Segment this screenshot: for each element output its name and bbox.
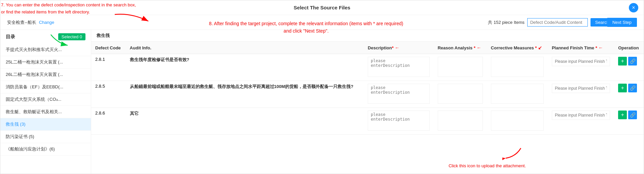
col-defect-code: Defect Code <box>91 42 126 54</box>
breadcrumb-text: 安全检查--船长 <box>7 19 36 26</box>
cell-operation-0: + 🔗 <box>614 54 644 81</box>
main-content: 救生筏 Defect Code Audit Info. De <box>91 30 644 174</box>
add-button-2[interactable]: + <box>618 111 627 119</box>
cell-reason-analysis-2 <box>434 108 487 135</box>
cell-corrective-measures-1 <box>487 81 548 108</box>
cell-corrective-measures-0 <box>487 54 548 81</box>
sidebar-item-0[interactable]: 手提式灭火剂和推车式灭火... <box>0 44 91 56</box>
table-row: 2.8.1 救生筏年度检修证书是否有效? <box>91 54 644 81</box>
cell-defect-code-1: 2.8.5 <box>91 81 126 108</box>
col-corrective-measures: Corrective Measures * ↙ <box>487 42 548 54</box>
piece-count: 共 152 piece Items <box>488 19 524 26</box>
col-description: Description* ← <box>364 42 434 54</box>
cell-audit-info-1: 从船錨最前端或船艏最末端至最近的救生艇、筏存放地点之间水平距离超过100M的货船… <box>126 81 364 108</box>
sidebar-item-1[interactable]: 25L二桶一枪泡沫灭火装置 (... <box>0 56 91 69</box>
attach-button-2[interactable]: 🔗 <box>628 111 637 119</box>
description-input-1[interactable] <box>368 84 430 104</box>
toolbar: 安全检查--船长 Change 共 152 piece Items Search… <box>0 15 644 30</box>
cell-audit-info-2: 其它 <box>126 108 364 135</box>
sidebar-item-8[interactable]: 《船舶油污应急计划》(6) <box>0 143 91 156</box>
planned-finish-input-0[interactable] <box>552 57 610 66</box>
description-input-2[interactable] <box>368 111 430 131</box>
sidebar-item-7[interactable]: 防污染证书 (5) <box>0 131 91 143</box>
table-row: 2.8.6 其它 <box>91 108 644 135</box>
main-table: Defect Code Audit Info. Description* ← R… <box>91 42 644 135</box>
cell-planned-finish-1[interactable] <box>548 81 614 108</box>
attach-button-0[interactable]: 🔗 <box>628 57 637 66</box>
cell-description-1[interactable] <box>364 81 434 108</box>
cell-defect-code-0: 2.8.1 <box>91 54 126 81</box>
sidebar-title: 目录 <box>6 34 15 40</box>
table-row: 2.8.5 从船錨最前端或船艏最末端至最近的救生艇、筏存放地点之间水平距离超过1… <box>91 81 644 108</box>
content-area: 目录 Selected 0 手提式灭火剂和推车式灭火... 25L二桶一枪泡沫灭… <box>0 30 644 174</box>
cell-description-0[interactable] <box>364 54 434 81</box>
modal-header: Select The Source Files × <box>0 0 644 15</box>
modal-title: Select The Source Files <box>294 5 350 10</box>
table-container: Defect Code Audit Info. Description* ← R… <box>91 42 644 174</box>
col-operation: Operation <box>614 42 644 54</box>
modal-container: 7. You can enter the defect code/inspect… <box>0 0 644 174</box>
sidebar: 目录 Selected 0 手提式灭火剂和推车式灭火... 25L二桶一枪泡沫灭… <box>0 30 91 174</box>
col-planned-finish: Planned Finish Time * ← <box>548 42 614 54</box>
sidebar-item-5[interactable]: 救生艇、救助艇证书及相关... <box>0 106 91 118</box>
cell-operation-2: + 🔗 <box>614 108 644 135</box>
cell-reason-analysis-0 <box>434 54 487 81</box>
cell-corrective-measures-2 <box>487 108 548 135</box>
selected-badge[interactable]: Selected 0 <box>58 33 85 40</box>
add-button-1[interactable]: + <box>618 84 627 92</box>
cell-planned-finish-2[interactable] <box>548 108 614 135</box>
cell-audit-info-0: 救生筏年度检修证书是否有效? <box>126 54 364 81</box>
planned-finish-input-1[interactable] <box>552 84 610 93</box>
planned-finish-input-2[interactable] <box>552 111 610 120</box>
sidebar-list: 手提式灭火剂和推车式灭火... 25L二桶一枪泡沫灭火装置 (... 26L二桶… <box>0 44 91 174</box>
attach-button-1[interactable]: 🔗 <box>628 84 637 92</box>
next-step-button[interactable]: Next Step <box>607 18 637 27</box>
sidebar-header: 目录 Selected 0 <box>0 30 91 44</box>
cell-planned-finish-0[interactable] <box>548 54 614 81</box>
close-button[interactable]: × <box>629 3 638 12</box>
search-input[interactable] <box>527 18 588 27</box>
sidebar-item-3[interactable]: 消防员装备（EF）及EEBD(... <box>0 81 91 93</box>
change-link[interactable]: Change <box>39 20 55 25</box>
cell-description-2[interactable] <box>364 108 434 135</box>
table-header-row: Defect Code Audit Info. Description* ← R… <box>91 42 644 54</box>
col-reason-analysis: Reason Analysis * ← <box>434 42 487 54</box>
col-audit-info: Audit Info. <box>126 42 364 54</box>
add-button-0[interactable]: + <box>618 57 627 66</box>
section-title: 救生筏 <box>91 30 644 42</box>
description-input-0[interactable] <box>368 57 430 77</box>
sidebar-item-4[interactable]: 固定式大型灭火系统（CO₂... <box>0 93 91 106</box>
cell-reason-analysis-1 <box>434 81 487 108</box>
sidebar-item-2[interactable]: 26L二桶一枪泡沫灭火装置 (... <box>0 69 91 81</box>
cell-defect-code-2: 2.8.6 <box>91 108 126 135</box>
sidebar-item-6[interactable]: 救生筏 (3) <box>0 118 91 131</box>
cell-operation-1: + 🔗 <box>614 81 644 108</box>
